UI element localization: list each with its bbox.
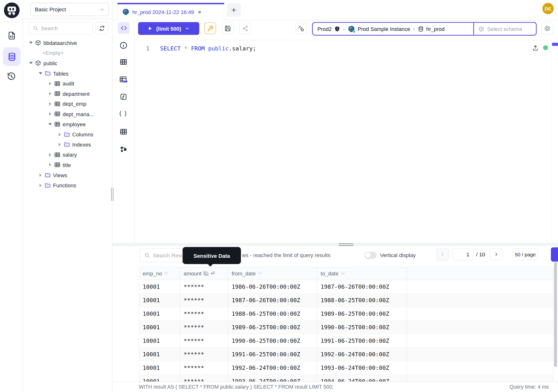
table-cell[interactable]: 1989-06-25T00:00:00Z xyxy=(317,307,407,320)
new-tab-button[interactable]: + xyxy=(227,3,241,17)
column-header[interactable]: emp_no xyxy=(139,267,180,280)
vertical-display-toggle[interactable] xyxy=(365,252,376,259)
panel-splitter[interactable] xyxy=(113,243,558,246)
tree-item[interactable]: Views xyxy=(23,170,112,180)
table-cell[interactable]: 1987-06-26T00:00:00Z xyxy=(228,294,317,307)
tree-item[interactable]: salary xyxy=(23,150,112,160)
sidebar-search[interactable] xyxy=(28,22,93,35)
tree-caret-icon[interactable] xyxy=(57,131,63,137)
sidebar-search-input[interactable] xyxy=(41,25,90,31)
sidebar-resize-handle[interactable] xyxy=(111,188,113,201)
share-button[interactable] xyxy=(239,22,251,34)
tree-item[interactable]: public xyxy=(23,58,112,68)
results-scrollbar[interactable] xyxy=(554,262,557,367)
bytebase-logo[interactable] xyxy=(4,2,19,18)
table-cell[interactable]: ****** xyxy=(180,348,228,361)
tree-item[interactable]: employee xyxy=(23,119,112,129)
connection-path[interactable]: Prod2 › xyxy=(313,23,473,35)
table-cell[interactable]: 1991-06-25T00:00:00Z xyxy=(228,348,317,361)
tree-item[interactable]: title xyxy=(23,160,112,170)
next-page-button[interactable] xyxy=(490,248,503,261)
export-button[interactable] xyxy=(551,247,558,262)
tree-caret-icon[interactable] xyxy=(38,172,44,178)
table-cell[interactable]: 1987-06-26T00:00:00Z xyxy=(317,280,407,293)
tree-item[interactable]: dept_mana... xyxy=(23,109,112,119)
rail-item-databases[interactable] xyxy=(3,47,21,66)
tree-caret-icon[interactable] xyxy=(47,81,53,87)
table-cell[interactable]: 1989-06-25T00:00:00Z xyxy=(228,321,317,334)
table-cell[interactable]: ****** xyxy=(180,307,228,320)
tree-caret-icon[interactable] xyxy=(28,60,34,66)
tree-item[interactable]: <Empty> xyxy=(23,48,112,58)
table-cell[interactable]: 1994-06-24T00:00:00Z xyxy=(317,375,407,382)
refresh-button[interactable] xyxy=(95,22,108,35)
tree-item[interactable]: Tables xyxy=(23,68,112,78)
table-cell[interactable]: 1992-06-24T00:00:00Z xyxy=(317,348,407,361)
tree-caret-icon[interactable] xyxy=(47,101,53,107)
column-header[interactable]: from_date xyxy=(228,267,317,280)
tables-panel-button[interactable] xyxy=(120,58,127,66)
batch-connection-button[interactable] xyxy=(296,23,307,34)
tree-item[interactable]: department xyxy=(23,89,112,99)
tree-item[interactable]: Indexes xyxy=(23,139,112,150)
connection-breadcrumb[interactable]: Prod2 › xyxy=(312,22,537,35)
tree-item[interactable]: dept_emp xyxy=(23,99,112,109)
table-cell[interactable]: 1990-06-25T00:00:00Z xyxy=(228,334,317,348)
table-cell[interactable]: 10001 xyxy=(139,307,180,320)
table-cell[interactable]: 1993-06-24T00:00:00Z xyxy=(317,361,407,375)
table-row[interactable]: 10001******1989-06-25T00:00:00Z1990-06-2… xyxy=(139,321,553,334)
info-panel-button[interactable] xyxy=(119,41,127,50)
format-sql-button[interactable] xyxy=(204,22,216,34)
tree-caret-icon[interactable] xyxy=(47,122,53,127)
table-row[interactable]: 10001******1988-06-25T00:00:00Z1989-06-2… xyxy=(139,307,553,321)
ai-assistant-button[interactable] xyxy=(541,22,553,35)
table-cell[interactable]: 1991-06-25T00:00:00Z xyxy=(317,334,407,348)
external-tables-panel-button[interactable] xyxy=(120,128,127,135)
table-cell[interactable]: 1992-06-24T00:00:00Z xyxy=(228,361,317,375)
table-cell[interactable]: ****** xyxy=(180,280,228,293)
table-cell[interactable]: 1988-06-25T00:00:00Z xyxy=(228,307,317,320)
column-header[interactable]: to_date xyxy=(317,267,407,280)
table-row[interactable]: 10001******1993-06-24T00:00:00Z1994-06-2… xyxy=(139,375,553,382)
page-number-input[interactable] xyxy=(453,248,473,261)
rail-item-history[interactable] xyxy=(7,72,16,81)
page-number-field[interactable] xyxy=(453,248,473,260)
table-cell[interactable]: 10001 xyxy=(139,334,180,348)
table-cell[interactable]: ****** xyxy=(180,294,228,307)
project-select[interactable]: Basic Project xyxy=(30,3,109,16)
table-cell[interactable]: 10001 xyxy=(139,348,180,361)
table-cell[interactable]: 1993-06-24T00:00:00Z xyxy=(228,375,317,382)
tab-hr-prod[interactable]: hr_prod 2024-11-22 16:49 xyxy=(118,3,224,21)
tree-item[interactable]: bbdataarchive xyxy=(23,38,112,48)
tree-caret-icon[interactable] xyxy=(47,91,53,96)
sql-code-line[interactable]: SELECT * FROM public.salary; xyxy=(160,44,256,53)
table-row[interactable]: 10001******1986-06-26T00:00:00Z1987-06-2… xyxy=(139,280,553,294)
sort-icon[interactable] xyxy=(258,271,263,276)
tree-item[interactable]: audit xyxy=(23,78,112,89)
table-cell[interactable]: 1988-06-25T00:00:00Z xyxy=(317,294,407,307)
page-size-select[interactable]: 50 / page xyxy=(513,248,538,261)
tree-caret-icon[interactable] xyxy=(57,142,63,148)
column-header[interactable]: amount xyxy=(180,267,228,280)
run-query-button[interactable]: (limit 500) xyxy=(138,22,199,35)
procedures-panel-button[interactable]: ( ) xyxy=(120,110,127,117)
sql-editor[interactable]: 1 SELECT * FROM public.salary; xyxy=(134,40,558,243)
code-panel-button[interactable] xyxy=(118,22,130,34)
select-schema[interactable]: Select schema xyxy=(473,23,536,35)
sort-icon[interactable] xyxy=(164,271,169,276)
table-cell[interactable]: 10001 xyxy=(139,294,180,307)
tree-caret-icon[interactable] xyxy=(38,70,44,76)
tree-caret-icon[interactable] xyxy=(38,183,44,188)
tree-item[interactable]: Functions xyxy=(23,180,112,191)
table-cell[interactable]: 10001 xyxy=(139,321,180,334)
sort-icon[interactable] xyxy=(210,271,216,276)
editor-scroll-indicator[interactable] xyxy=(552,43,558,46)
save-button[interactable] xyxy=(222,22,234,34)
tree-caret-icon[interactable] xyxy=(47,162,53,168)
table-cell[interactable]: ****** xyxy=(180,375,228,382)
functions-panel-button[interactable] xyxy=(120,93,127,101)
tree-caret-icon[interactable] xyxy=(47,111,53,117)
tree-caret-icon[interactable] xyxy=(47,152,53,158)
table-cell[interactable]: 10001 xyxy=(139,375,180,382)
rail-item-worksheets[interactable] xyxy=(7,31,17,41)
